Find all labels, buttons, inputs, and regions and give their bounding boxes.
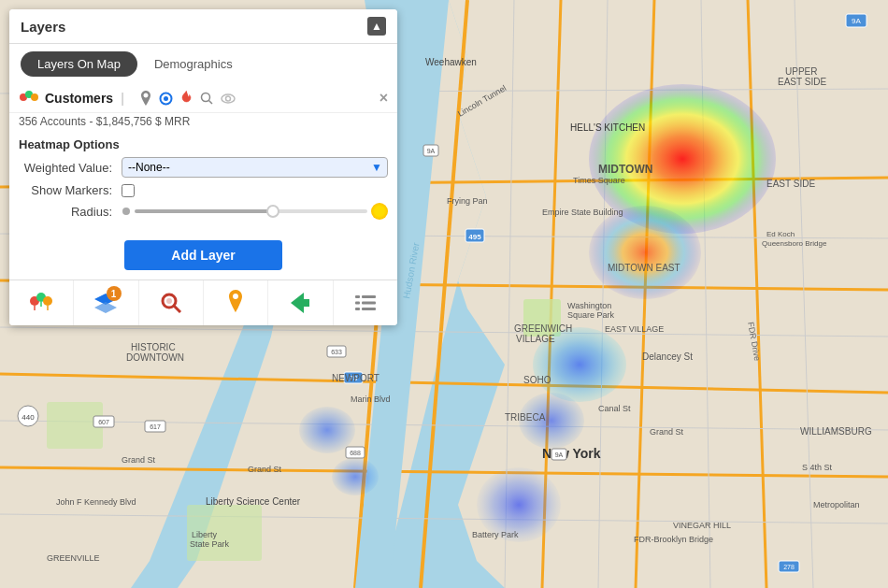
svg-text:Square Park: Square Park	[567, 310, 615, 320]
svg-marker-127	[94, 302, 117, 313]
svg-text:SOHO: SOHO	[523, 375, 551, 385]
svg-point-119	[122, 208, 130, 215]
svg-rect-136	[355, 308, 360, 310]
heatmap-tool[interactable]	[179, 90, 195, 107]
svg-point-27	[589, 206, 701, 299]
pipe-divider: |	[121, 91, 124, 106]
weighted-value-select[interactable]: --None--	[122, 157, 388, 178]
toolbar-list[interactable]	[334, 280, 397, 325]
svg-text:NEWPORT: NEWPORT	[332, 373, 380, 383]
heatmap-title: Heatmap Options	[19, 137, 388, 151]
tab-layers-on-map[interactable]: Layers On Map	[21, 51, 137, 77]
weighted-value-row: Weighted Value: --None-- ▼	[19, 157, 388, 178]
svg-text:Ed Koch: Ed Koch	[766, 230, 795, 238]
weighted-label: Weighted Value:	[19, 161, 122, 175]
layers-badge: 1	[107, 286, 122, 301]
svg-point-124	[43, 296, 52, 306]
location-pin-tool[interactable]	[137, 90, 154, 107]
layers-panel: Layers ▲ Layers On Map Demographics Cust…	[9, 9, 397, 325]
layer-tools	[137, 90, 236, 107]
tab-demographics[interactable]: Demographics	[137, 51, 250, 77]
view-tool[interactable]	[220, 90, 236, 107]
svg-text:HISTORIC: HISTORIC	[131, 342, 176, 352]
radius-slider[interactable]	[135, 209, 367, 213]
bottom-toolbar: 1	[9, 280, 397, 325]
svg-text:EAST VILLAGE: EAST VILLAGE	[605, 324, 664, 334]
panel-header: Layers ▲	[9, 9, 397, 44]
svg-point-130	[166, 298, 172, 304]
svg-text:MIDTOWN EAST: MIDTOWN EAST	[608, 263, 680, 273]
eye-tool[interactable]	[158, 90, 175, 107]
weighted-select-wrapper: --None-- ▼	[122, 157, 388, 178]
svg-text:Canal St: Canal St	[598, 404, 631, 413]
svg-text:Liberty Science Center: Liberty Science Center	[206, 496, 301, 507]
svg-point-32	[332, 458, 379, 495]
svg-text:688: 688	[350, 450, 361, 456]
svg-rect-137	[362, 308, 376, 310]
svg-marker-131	[291, 293, 309, 313]
show-markers-row: Show Markers:	[19, 183, 388, 197]
svg-text:MIDTOWN: MIDTOWN	[598, 163, 652, 176]
layer-info: 356 Accounts - $1,845,756 $ MRR	[9, 113, 397, 134]
show-markers-label: Show Markers:	[19, 183, 122, 197]
svg-point-112	[31, 93, 38, 101]
svg-rect-133	[362, 295, 376, 298]
search-layer-tool[interactable]	[199, 90, 216, 107]
pins-icon	[27, 290, 55, 316]
svg-text:S 4th St: S 4th St	[802, 463, 833, 472]
list-icon	[353, 292, 378, 314]
layer-row: Customers |	[9, 84, 397, 113]
svg-text:EAST SIDE: EAST SIDE	[778, 77, 826, 87]
radius-slider-row	[122, 203, 388, 220]
svg-text:Empire State Building: Empire State Building	[542, 208, 623, 217]
heatmap-options: Heatmap Options Weighted Value: --None--…	[9, 134, 397, 233]
svg-text:Metropolitan: Metropolitan	[813, 500, 860, 509]
svg-text:9A: 9A	[555, 452, 564, 458]
svg-text:UPPER: UPPER	[785, 66, 817, 77]
svg-text:495: 495	[468, 233, 481, 241]
show-markers-checkbox[interactable]	[122, 184, 135, 197]
slider-start-icon	[122, 207, 131, 216]
add-layer-button[interactable]: Add Layer	[124, 240, 281, 270]
svg-text:Grand St: Grand St	[122, 455, 156, 465]
svg-text:VINEGAR HILL: VINEGAR HILL	[673, 521, 731, 530]
svg-text:TRIBECA: TRIBECA	[505, 412, 546, 423]
svg-text:Delancey St: Delancey St	[642, 351, 693, 362]
svg-text:FDR-Brooklyn Bridge: FDR-Brooklyn Bridge	[634, 535, 713, 544]
svg-rect-132	[355, 295, 360, 298]
layer-close-button[interactable]: ×	[380, 90, 388, 107]
svg-text:VILLAGE: VILLAGE	[516, 334, 555, 344]
svg-text:9A: 9A	[427, 148, 436, 154]
svg-text:WILLIAMSBURG: WILLIAMSBURG	[800, 426, 872, 437]
svg-point-115	[202, 93, 210, 101]
svg-rect-135	[362, 302, 376, 305]
svg-text:Grand St: Grand St	[650, 427, 684, 437]
location-icon	[225, 290, 246, 316]
svg-text:GREENVILLE: GREENVILLE	[47, 553, 100, 563]
svg-point-114	[164, 96, 168, 101]
svg-rect-134	[355, 302, 360, 305]
svg-line-116	[209, 100, 213, 104]
layer-left: Customers |	[19, 90, 236, 107]
svg-point-118	[225, 96, 230, 101]
svg-text:EAST SIDE: EAST SIDE	[766, 179, 815, 189]
customers-layer-icon	[19, 90, 39, 107]
svg-text:440: 440	[21, 413, 35, 422]
svg-text:Frying Pan: Frying Pan	[447, 196, 488, 206]
svg-point-31	[299, 407, 355, 453]
tabs-row: Layers On Map Demographics	[9, 44, 397, 84]
toolbar-pins[interactable]	[9, 280, 74, 325]
svg-text:Times Square: Times Square	[573, 176, 625, 185]
toolbar-route[interactable]	[268, 280, 333, 325]
collapse-button[interactable]: ▲	[367, 17, 386, 36]
svg-text:HELL'S KITCHEN: HELL'S KITCHEN	[570, 122, 645, 133]
toolbar-search[interactable]	[139, 280, 204, 325]
svg-text:Liberty: Liberty	[192, 530, 218, 539]
svg-text:Marin Blvd: Marin Blvd	[351, 394, 391, 404]
add-layer-row: Add Layer	[9, 233, 397, 280]
layer-name: Customers	[45, 91, 113, 106]
toolbar-location[interactable]	[204, 280, 268, 325]
svg-text:GREENWICH: GREENWICH	[514, 323, 572, 334]
toolbar-layers[interactable]: 1	[74, 280, 138, 325]
radius-row: Radius:	[19, 203, 388, 220]
